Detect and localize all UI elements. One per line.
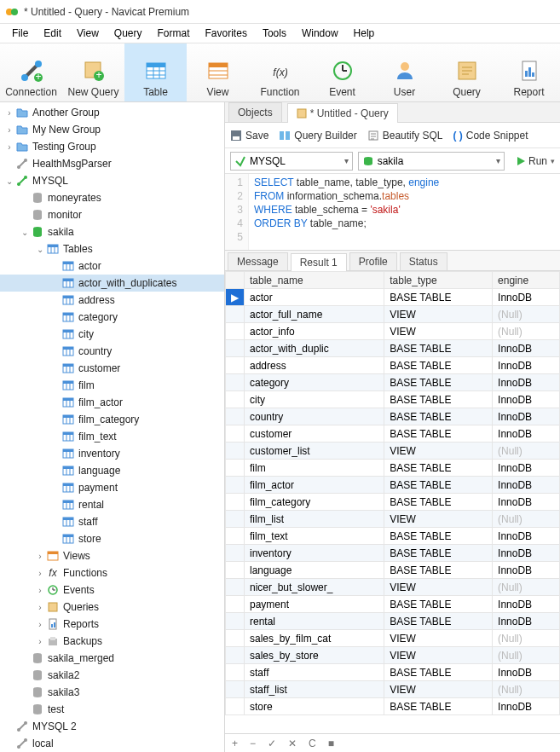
sql-editor[interactable]: 12345 SELECT table_name, table_type, eng… [225, 174, 560, 251]
tool-connection[interactable]: +Connection [0, 43, 62, 101]
table-row[interactable]: nicer_but_slower_VIEW(Null) [226, 579, 560, 596]
menu-format[interactable]: Format [151, 26, 197, 41]
tree-item[interactable]: rental [0, 496, 224, 513]
table-row[interactable]: film_listVIEW(Null) [226, 511, 560, 528]
tree-item[interactable]: payment [0, 479, 224, 496]
tree-item[interactable]: ›Views [0, 547, 224, 564]
tree-item[interactable]: actor_with_duplicates [0, 275, 224, 292]
tree-item[interactable]: city [0, 326, 224, 343]
table-row[interactable]: ▶actorBASE TABLEInnoDB [226, 289, 560, 306]
table-row[interactable]: rentalBASE TABLEInnoDB [226, 613, 560, 630]
menu-view[interactable]: View [70, 26, 106, 41]
table-row[interactable]: sales_by_film_catVIEW(Null) [226, 630, 560, 647]
tree-item[interactable]: actor [0, 257, 224, 275]
tree-item[interactable]: sakila_merged [0, 650, 224, 667]
expand-toggle-icon[interactable]: › [34, 569, 46, 578]
tool-user[interactable]: User [373, 43, 436, 101]
tree-item[interactable]: ›Reports [0, 616, 224, 633]
expand-toggle-icon[interactable]: › [34, 637, 46, 646]
tool-view[interactable]: View [187, 43, 249, 101]
tree-item[interactable]: film_text [0, 428, 224, 445]
tree-item[interactable]: ›Backups [0, 633, 224, 650]
tree-item[interactable]: local [0, 735, 224, 752]
tree-item[interactable]: moneyrates [0, 189, 224, 206]
tab-objects[interactable]: Objects [228, 102, 282, 122]
add-row-icon[interactable]: + [232, 738, 238, 749]
tab-query[interactable]: * Untitled - Query [287, 103, 398, 123]
tree-item[interactable]: ›fxFunctions [0, 564, 224, 581]
tool-event[interactable]: Event [311, 43, 373, 101]
column-header[interactable]: table_type [384, 272, 493, 289]
expand-toggle-icon[interactable]: › [3, 125, 15, 135]
expand-toggle-icon[interactable]: ⌄ [19, 228, 31, 237]
tool-table[interactable]: Table [124, 43, 187, 101]
beautify-sql-button[interactable]: Beautify SQL [367, 130, 443, 142]
tree-item[interactable]: monitor [0, 206, 224, 223]
table-row[interactable]: actor_with_duplicBASE TABLEInnoDB [226, 340, 560, 357]
table-row[interactable]: customerBASE TABLEInnoDB [226, 425, 560, 443]
tree-item[interactable]: film_category [0, 411, 224, 428]
tool-new-query[interactable]: +New Query [62, 43, 124, 101]
refresh-icon[interactable]: C [309, 738, 316, 749]
table-row[interactable]: customer_listVIEW(Null) [226, 443, 560, 460]
table-row[interactable]: languageBASE TABLEInnoDB [226, 562, 560, 579]
save-button[interactable]: Save [230, 130, 268, 142]
tree-item[interactable]: staff [0, 513, 224, 530]
commit-icon[interactable]: ✓ [268, 738, 276, 749]
tree-item[interactable]: sakila2 [0, 667, 224, 684]
expand-toggle-icon[interactable]: › [34, 603, 46, 612]
table-row[interactable]: sales_by_storeVIEW(Null) [226, 647, 560, 664]
tree-item[interactable]: category [0, 309, 224, 326]
table-row[interactable]: film_categoryBASE TABLEInnoDB [226, 494, 560, 511]
tree-item[interactable]: MYSQL 2 [0, 718, 224, 735]
result-tab-message[interactable]: Message [228, 252, 288, 270]
expand-toggle-icon[interactable]: › [34, 552, 46, 561]
tree-item[interactable]: ›Testing Group [0, 138, 224, 155]
menu-tools[interactable]: Tools [256, 26, 293, 41]
delete-row-icon[interactable]: − [250, 738, 256, 749]
tree-item[interactable]: ›My New Group [0, 121, 224, 138]
table-row[interactable]: staffBASE TABLEInnoDB [226, 664, 560, 681]
sql-code[interactable]: SELECT table_name, table_type, engine FR… [249, 174, 444, 250]
result-grid[interactable]: table_nametable_typeengine▶actorBASE TAB… [225, 271, 560, 733]
tree-item[interactable]: HealthMsgParser [0, 155, 224, 172]
connection-tree[interactable]: ›Another Group›My New Group›Testing Grou… [0, 102, 225, 752]
tree-item[interactable]: ⌄Tables [0, 240, 224, 257]
menu-edit[interactable]: Edit [37, 26, 68, 41]
tree-item[interactable]: country [0, 343, 224, 360]
tree-item[interactable]: ⌄sakila [0, 223, 224, 240]
table-row[interactable]: filmBASE TABLEInnoDB [226, 460, 560, 477]
expand-toggle-icon[interactable]: › [34, 586, 46, 595]
tree-item[interactable]: address [0, 292, 224, 309]
tree-item[interactable]: film_actor [0, 394, 224, 411]
result-tab-profile[interactable]: Profile [349, 252, 397, 270]
tree-item[interactable]: ⌄MYSQL [0, 172, 224, 189]
tree-item[interactable]: ›Queries [0, 599, 224, 616]
tree-item[interactable]: film [0, 377, 224, 394]
menu-favorites[interactable]: Favorites [199, 26, 254, 41]
menu-file[interactable]: File [5, 26, 35, 41]
table-row[interactable]: film_textBASE TABLEInnoDB [226, 528, 560, 545]
stop-icon[interactable]: ■ [328, 738, 334, 749]
tree-item[interactable]: test [0, 701, 224, 718]
expand-toggle-icon[interactable]: › [3, 142, 15, 152]
table-row[interactable]: film_actorBASE TABLEInnoDB [226, 477, 560, 494]
table-row[interactable]: staff_listVIEW(Null) [226, 681, 560, 698]
expand-toggle-icon[interactable]: ⌄ [3, 176, 15, 186]
tree-item[interactable]: inventory [0, 445, 224, 462]
column-header[interactable]: table_name [245, 272, 384, 289]
table-row[interactable]: cityBASE TABLEInnoDB [226, 391, 560, 408]
menu-query[interactable]: Query [107, 26, 149, 41]
table-row[interactable]: categoryBASE TABLEInnoDB [226, 374, 560, 391]
menu-help[interactable]: Help [347, 26, 382, 41]
tree-item[interactable]: ›Events [0, 581, 224, 599]
tree-item[interactable]: customer [0, 360, 224, 377]
tool-query[interactable]: Query [436, 43, 498, 101]
tree-item[interactable]: ›Another Group [0, 104, 224, 121]
column-header[interactable]: engine [493, 272, 560, 289]
expand-toggle-icon[interactable]: › [3, 108, 15, 118]
cancel-icon[interactable]: ✕ [288, 738, 297, 749]
schema-select[interactable]: sakila ▾ [358, 152, 505, 171]
code-snippet-button[interactable]: ( ) Code Snippet [453, 130, 528, 142]
expand-toggle-icon[interactable]: ⌄ [34, 245, 46, 254]
